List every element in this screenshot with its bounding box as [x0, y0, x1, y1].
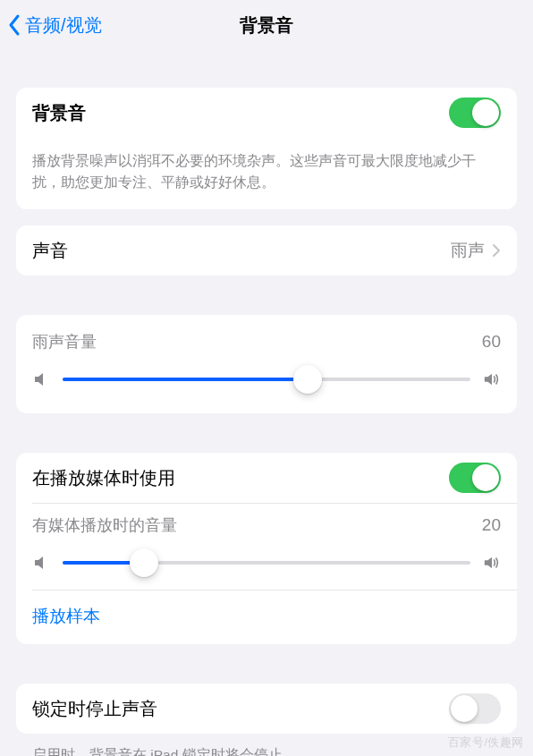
back-label: 音频/视觉 — [25, 13, 102, 38]
stop-on-lock-switch[interactable] — [449, 693, 501, 724]
rain-volume-header: 雨声音量 60 — [16, 315, 517, 353]
switch-knob — [472, 464, 499, 491]
rain-volume-label: 雨声音量 — [32, 331, 97, 353]
rain-volume-slider[interactable] — [63, 365, 470, 394]
group-sound-select: 声音 雨声 — [16, 225, 517, 276]
group-stop-on-lock: 锁定时停止声音 — [16, 684, 517, 734]
svg-marker-3 — [485, 557, 492, 569]
slider-thumb[interactable] — [130, 548, 158, 577]
group-background-sound: 背景音 播放背景噪声以消弭不必要的环境杂声。这些声音可最大限度地减少干扰，助您更… — [16, 88, 517, 209]
svg-marker-2 — [35, 556, 43, 569]
nav-header: 音频/视觉 背景音 — [0, 0, 533, 50]
chevron-right-icon — [492, 243, 501, 258]
play-sample-button[interactable]: 播放样本 — [16, 590, 517, 644]
row-stop-on-lock: 锁定时停止声音 — [16, 684, 517, 734]
volume-max-icon — [483, 370, 501, 388]
background-sound-label: 背景音 — [32, 101, 86, 125]
svg-marker-1 — [485, 374, 492, 386]
stop-on-lock-description: 启用时，背景音在 iPad 锁定时将会停止。 — [16, 734, 517, 756]
rain-volume-value: 60 — [482, 332, 501, 352]
use-with-media-label: 在播放媒体时使用 — [32, 466, 175, 490]
media-volume-label: 有媒体播放时的音量 — [32, 514, 177, 536]
sound-value: 雨声 — [451, 239, 485, 262]
stop-on-lock-label: 锁定时停止声音 — [32, 697, 157, 721]
group-media-playback: 在播放媒体时使用 有媒体播放时的音量 20 — [16, 453, 517, 644]
chevron-left-icon — [7, 13, 23, 37]
back-button[interactable]: 音频/视觉 — [7, 13, 102, 38]
volume-max-icon — [483, 554, 501, 572]
volume-min-icon — [32, 370, 50, 388]
media-volume-slider[interactable] — [63, 548, 470, 577]
background-sound-switch[interactable] — [449, 98, 501, 128]
volume-min-icon — [32, 554, 50, 572]
slider-thumb[interactable] — [293, 365, 322, 394]
background-sound-description: 播放背景噪声以消弭不必要的环境杂声。这些声音可最大限度地减少干扰，助您更加专注、… — [16, 138, 517, 209]
row-sound-select[interactable]: 声音 雨声 — [16, 225, 517, 276]
group-rain-volume: 雨声音量 60 — [16, 315, 517, 413]
row-use-with-media: 在播放媒体时使用 — [16, 453, 517, 503]
switch-knob — [472, 99, 499, 126]
slider-fill — [63, 378, 308, 381]
media-volume-value: 20 — [482, 515, 501, 535]
use-with-media-switch[interactable] — [449, 463, 501, 493]
switch-knob — [451, 695, 478, 722]
row-background-sound-toggle: 背景音 — [16, 88, 517, 138]
media-volume-header: 有媒体播放时的音量 20 — [16, 504, 517, 536]
svg-marker-0 — [35, 373, 43, 386]
sound-label: 声音 — [32, 239, 68, 263]
watermark: 百家号/佚趣网 — [448, 735, 524, 751]
